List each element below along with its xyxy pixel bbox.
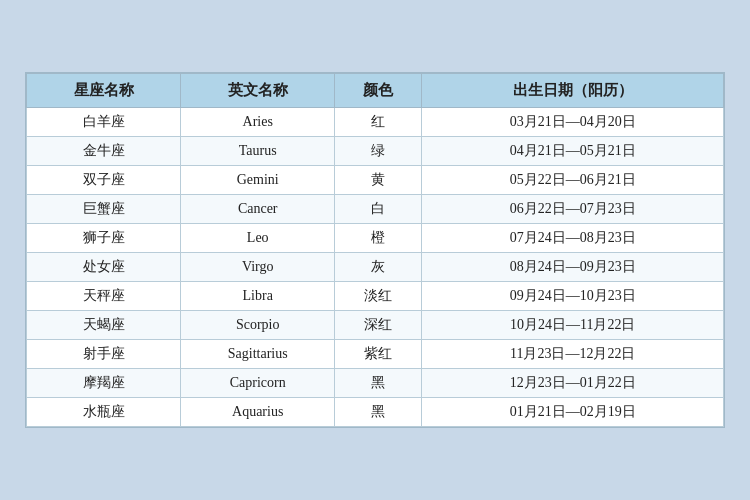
- table-cell: 07月24日—08月23日: [422, 224, 724, 253]
- table-cell: 01月21日—02月19日: [422, 398, 724, 427]
- table-cell: 摩羯座: [27, 369, 181, 398]
- table-row: 射手座Sagittarius紫红11月23日—12月22日: [27, 340, 724, 369]
- table-cell: 水瓶座: [27, 398, 181, 427]
- table-cell: Capricorn: [181, 369, 335, 398]
- table-row: 天蝎座Scorpio深红10月24日—11月22日: [27, 311, 724, 340]
- table-cell: Aries: [181, 108, 335, 137]
- table-cell: 05月22日—06月21日: [422, 166, 724, 195]
- table-cell: 08月24日—09月23日: [422, 253, 724, 282]
- table-cell: 绿: [335, 137, 422, 166]
- table-body: 白羊座Aries红03月21日—04月20日金牛座Taurus绿04月21日—0…: [27, 108, 724, 427]
- table-cell: 狮子座: [27, 224, 181, 253]
- table-cell: 射手座: [27, 340, 181, 369]
- zodiac-table-container: 星座名称 英文名称 颜色 出生日期（阳历） 白羊座Aries红03月21日—04…: [25, 72, 725, 428]
- header-chinese-name: 星座名称: [27, 74, 181, 108]
- table-cell: Leo: [181, 224, 335, 253]
- table-cell: 双子座: [27, 166, 181, 195]
- table-cell: 白: [335, 195, 422, 224]
- table-row: 天秤座Libra淡红09月24日—10月23日: [27, 282, 724, 311]
- header-english-name: 英文名称: [181, 74, 335, 108]
- header-birthdate: 出生日期（阳历）: [422, 74, 724, 108]
- header-color: 颜色: [335, 74, 422, 108]
- table-cell: 黑: [335, 398, 422, 427]
- table-cell: 11月23日—12月22日: [422, 340, 724, 369]
- table-cell: 黄: [335, 166, 422, 195]
- table-cell: 白羊座: [27, 108, 181, 137]
- table-cell: 淡红: [335, 282, 422, 311]
- table-cell: 处女座: [27, 253, 181, 282]
- table-cell: 03月21日—04月20日: [422, 108, 724, 137]
- table-row: 水瓶座Aquarius黑01月21日—02月19日: [27, 398, 724, 427]
- table-cell: Cancer: [181, 195, 335, 224]
- table-cell: 红: [335, 108, 422, 137]
- table-cell: 06月22日—07月23日: [422, 195, 724, 224]
- table-row: 双子座Gemini黄05月22日—06月21日: [27, 166, 724, 195]
- table-cell: Libra: [181, 282, 335, 311]
- table-cell: Aquarius: [181, 398, 335, 427]
- table-cell: Virgo: [181, 253, 335, 282]
- table-cell: 04月21日—05月21日: [422, 137, 724, 166]
- table-row: 狮子座Leo橙07月24日—08月23日: [27, 224, 724, 253]
- zodiac-table: 星座名称 英文名称 颜色 出生日期（阳历） 白羊座Aries红03月21日—04…: [26, 73, 724, 427]
- table-row: 处女座Virgo灰08月24日—09月23日: [27, 253, 724, 282]
- table-cell: Gemini: [181, 166, 335, 195]
- table-cell: 金牛座: [27, 137, 181, 166]
- table-row: 巨蟹座Cancer白06月22日—07月23日: [27, 195, 724, 224]
- table-row: 金牛座Taurus绿04月21日—05月21日: [27, 137, 724, 166]
- table-cell: 09月24日—10月23日: [422, 282, 724, 311]
- table-cell: 橙: [335, 224, 422, 253]
- table-cell: 天秤座: [27, 282, 181, 311]
- table-cell: 12月23日—01月22日: [422, 369, 724, 398]
- table-cell: 深红: [335, 311, 422, 340]
- table-row: 白羊座Aries红03月21日—04月20日: [27, 108, 724, 137]
- table-cell: 巨蟹座: [27, 195, 181, 224]
- table-cell: Taurus: [181, 137, 335, 166]
- table-cell: 天蝎座: [27, 311, 181, 340]
- table-cell: 黑: [335, 369, 422, 398]
- table-cell: Sagittarius: [181, 340, 335, 369]
- table-cell: 灰: [335, 253, 422, 282]
- table-cell: Scorpio: [181, 311, 335, 340]
- table-row: 摩羯座Capricorn黑12月23日—01月22日: [27, 369, 724, 398]
- table-header-row: 星座名称 英文名称 颜色 出生日期（阳历）: [27, 74, 724, 108]
- table-cell: 10月24日—11月22日: [422, 311, 724, 340]
- table-cell: 紫红: [335, 340, 422, 369]
